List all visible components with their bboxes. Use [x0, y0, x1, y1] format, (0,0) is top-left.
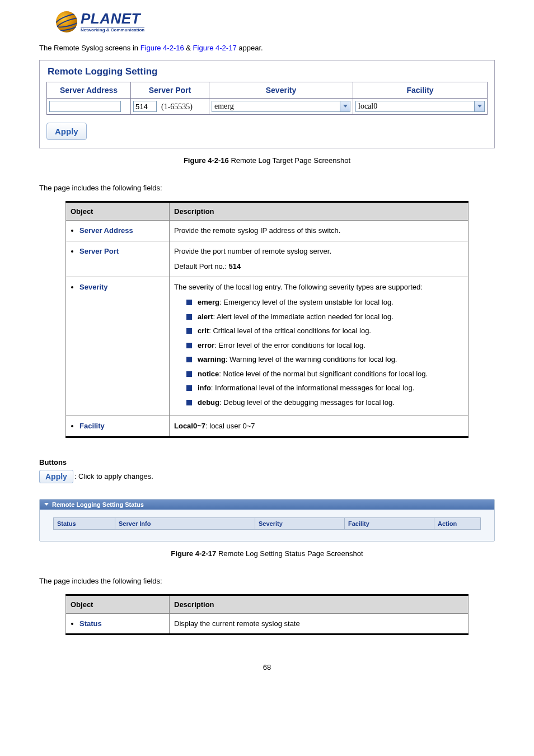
intro-post: appear. — [237, 44, 263, 52]
port-range-hint: (1-65535) — [161, 102, 193, 111]
panel-title: Remote Logging Setting — [46, 64, 488, 82]
brand-logo: PLANET Networking & Communication — [56, 11, 495, 32]
obj-server-address: Server Address — [79, 226, 133, 235]
table-row: Facility Local0~7: local user 0~7 — [66, 416, 469, 437]
list-item: notice: Notice level of the normal but s… — [186, 368, 463, 380]
apply-button-sample[interactable]: Apply — [39, 470, 73, 483]
col-server-port: Server Port — [131, 82, 209, 99]
desc-server-port: Provide the port number of remote syslog… — [170, 241, 469, 277]
figure-caption-1-rest: Remote Log Target Page Screenshot — [229, 156, 350, 165]
col-status: Status — [54, 517, 115, 529]
figure-caption-2-rest: Remote Log Setting Status Page Screensho… — [216, 549, 363, 558]
col-facility: Facility — [353, 82, 488, 99]
fields-intro-2: The page includes the following fields: — [39, 577, 495, 585]
th-description: Description — [170, 202, 469, 221]
square-bullet-icon — [186, 314, 192, 320]
list-item: crit: Critical level of the critical con… — [186, 325, 463, 337]
figure-caption-2: Figure 4-2-17 Remote Log Setting Status … — [39, 549, 495, 558]
square-bullet-icon — [186, 328, 192, 334]
intro-pre: The Remote Syslog screens in — [39, 44, 140, 52]
list-item: alert: Alert level of the immediate acti… — [186, 311, 463, 323]
table-row: Status Display the current remote syslog… — [66, 613, 469, 634]
th-object-2: Object — [66, 595, 170, 613]
desc-severity: The severity of the local log entry. The… — [170, 277, 469, 416]
obj-server-port: Server Port — [79, 247, 119, 255]
desc-server-address: Provide the remote syslog IP address of … — [170, 221, 469, 241]
figure-caption-1: Figure 4-2-16 Remote Log Target Page Scr… — [39, 156, 495, 165]
table-row: Server Address Provide the remote syslog… — [66, 221, 469, 241]
logo-name: PLANET — [81, 11, 144, 26]
square-bullet-icon — [186, 300, 192, 305]
document-page: PLANET Networking & Communication The Re… — [0, 0, 534, 688]
fields-intro-1: The page includes the following fields: — [39, 184, 495, 192]
field-table-2: Object Description Status Display the cu… — [65, 594, 469, 636]
th-description-2: Description — [170, 595, 469, 613]
remote-logging-setting-panel: Remote Logging Setting Server Address Se… — [39, 60, 495, 148]
logo-subtitle: Networking & Communication — [81, 27, 144, 32]
table-row: Server Port Provide the port number of r… — [66, 241, 469, 277]
list-item: error: Error level of the error conditio… — [186, 340, 463, 351]
page-number: 68 — [39, 663, 495, 671]
config-table: Server Address Server Port Severity Faci… — [46, 82, 488, 115]
table-row: Severity The severity of the local log e… — [66, 277, 469, 416]
facility-select[interactable]: local0 — [355, 101, 485, 112]
apply-description: : Click to apply changes. — [74, 472, 153, 480]
figure-link-1[interactable]: Figure 4-2-16 — [140, 44, 184, 52]
svg-marker-1 — [477, 105, 482, 108]
status-panel-header[interactable]: Remote Logging Setting Status — [40, 500, 494, 510]
facility-value: local0 — [356, 101, 474, 111]
svg-marker-0 — [343, 105, 348, 108]
desc-status: Display the current remote syslog state — [170, 613, 469, 634]
square-bullet-icon — [186, 400, 192, 405]
status-table: Status Server Info Severity Facility Act… — [53, 517, 481, 530]
figure-caption-2-bold: Figure 4-2-17 — [171, 549, 216, 558]
obj-status: Status — [79, 619, 102, 628]
obj-facility: Facility — [79, 422, 105, 430]
figure-link-2[interactable]: Figure 4-2-17 — [193, 44, 237, 52]
desc-facility: Local0~7: local user 0~7 — [170, 416, 469, 437]
col-severity-2: Severity — [255, 517, 345, 529]
list-item: emerg: Emergency level of the system uns… — [186, 297, 463, 308]
square-bullet-icon — [186, 371, 192, 377]
list-item: info: Informational level of the informa… — [186, 382, 463, 394]
chevron-down-icon — [44, 503, 49, 506]
field-table-1: Object Description Server Address Provid… — [65, 201, 469, 438]
list-item: warning: Warning level of the warning co… — [186, 354, 463, 365]
server-port-input[interactable] — [133, 101, 157, 112]
col-server-info: Server Info — [115, 517, 255, 529]
chevron-down-icon — [474, 101, 484, 111]
square-bullet-icon — [186, 385, 192, 391]
buttons-heading: Buttons — [39, 458, 495, 466]
remote-logging-status-panel: Remote Logging Setting Status Status Ser… — [39, 499, 495, 542]
col-server-address: Server Address — [47, 82, 131, 99]
status-panel-title: Remote Logging Setting Status — [52, 501, 144, 508]
severity-value: emerg — [212, 101, 340, 111]
col-action: Action — [434, 517, 481, 529]
square-bullet-icon — [186, 343, 192, 348]
obj-severity: Severity — [79, 283, 108, 291]
chevron-down-icon — [340, 101, 350, 111]
figure-caption-1-bold: Figure 4-2-16 — [184, 156, 229, 165]
buttons-row: Apply: Click to apply changes. — [39, 470, 495, 483]
list-item: debug: Debug level of the debugging mess… — [186, 397, 463, 408]
globe-icon — [56, 11, 77, 32]
intro-text: The Remote Syslog screens in Figure 4-2-… — [39, 44, 495, 52]
col-facility-2: Facility — [345, 517, 434, 529]
apply-button[interactable]: Apply — [46, 123, 87, 140]
severity-select[interactable]: emerg — [212, 101, 350, 112]
square-bullet-icon — [186, 357, 192, 362]
th-object: Object — [66, 202, 170, 221]
server-address-input[interactable] — [49, 101, 121, 112]
col-severity: Severity — [209, 82, 353, 99]
intro-mid: & — [184, 44, 193, 52]
